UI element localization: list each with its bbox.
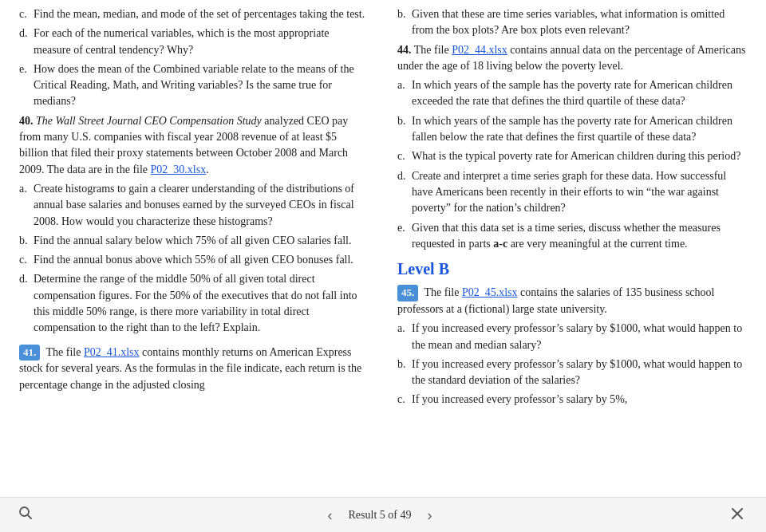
bottom-bar: ‹ Result 5 of 49 › <box>0 497 766 532</box>
svg-line-1 <box>28 515 31 518</box>
item-e-label: e. <box>19 61 30 110</box>
p41-link[interactable]: P02_41.xlsx <box>84 346 140 358</box>
p44-number: 44. <box>397 44 412 56</box>
p41-intro: 41. The file P02_41.xlsx contains monthl… <box>19 345 369 393</box>
cut-text: Find the mean, median, and mode of the s… <box>34 6 365 22</box>
item-d: d. For each of the numerical variables, … <box>19 26 369 58</box>
close-button[interactable] <box>723 502 752 527</box>
p45-b: b. If you increased every professor’s sa… <box>397 357 747 389</box>
p40-a: a. Create histograms to gain a clearer u… <box>19 181 369 230</box>
p40-intro: 40. The Wall Street Journal CEO Compensa… <box>19 113 369 178</box>
p44-subitems: a. In which years of the sample has the … <box>397 77 747 252</box>
item-e-text: How does the mean of the Combined variab… <box>34 61 369 110</box>
p45-intro: 45. The file P02_45.xlsx contains the sa… <box>397 285 747 317</box>
p40-d: d. Determine the range of the middle 50%… <box>19 271 369 336</box>
p44-e: e. Given that this data set is a time se… <box>397 220 747 253</box>
next-button[interactable]: › <box>421 506 438 524</box>
result-label: Result 5 of 49 <box>349 509 412 522</box>
p44-link[interactable]: P02_44.xlsx <box>452 44 507 56</box>
p40-number: 40. <box>19 115 34 127</box>
p44-d: d. Create and interpret a time series gr… <box>397 168 747 217</box>
level-b-heading: Level B <box>397 260 747 278</box>
p45-c: c. If you increased every professor’s sa… <box>397 392 747 408</box>
result-count: 5 of 49 <box>380 509 412 521</box>
left-column: c. Find the mean, median, and mode of th… <box>0 0 383 497</box>
p44-text-before: The file <box>414 44 452 56</box>
problem-40: 40. The Wall Street Journal CEO Compensa… <box>19 113 369 337</box>
problem-44: 44. The file P02_44.xlsx contains annual… <box>397 42 747 253</box>
p40-link-suffix: . <box>206 164 209 175</box>
right-column: b. Given that these are time series vari… <box>383 0 766 497</box>
right-cut-top: b. Given that these are time series vari… <box>397 6 747 42</box>
p44-c: c. What is the typical poverty rate for … <box>397 148 747 164</box>
p45-a: a. If you increased every professor’s sa… <box>397 321 747 353</box>
item-e: e. How does the mean of the Combined var… <box>19 61 369 110</box>
p44-intro: 44. The file P02_44.xlsx contains annual… <box>397 42 747 75</box>
item-d-text: For each of the numerical variables, whi… <box>34 26 369 58</box>
navigation-center: ‹ Result 5 of 49 › <box>322 506 439 524</box>
level-b-section: Level B 45. The file P02_45.xlsx contain… <box>397 260 747 408</box>
p40-b: b. Find the annual salary below which 75… <box>19 233 369 249</box>
p40-c: c. Find the annual bonus above which 55%… <box>19 252 369 268</box>
p45-subitems: a. If you increased every professor’s sa… <box>397 321 747 408</box>
p44-b: b. In which years of the sample has the … <box>397 113 747 146</box>
search-button[interactable] <box>14 502 37 528</box>
cut-label: c. <box>19 6 30 22</box>
prev-button[interactable]: ‹ <box>322 506 339 524</box>
p44-a: a. In which years of the sample has the … <box>397 77 747 110</box>
p40-subitems: a. Create histograms to gain a clearer u… <box>19 181 369 337</box>
problem-45: 45. The file P02_45.xlsx contains the sa… <box>397 285 747 408</box>
p41-badge: 41. <box>19 345 40 361</box>
cut-top-item: c. Find the mean, median, and mode of th… <box>19 6 369 26</box>
problem-41: 41. The file P02_41.xlsx contains monthl… <box>19 345 369 393</box>
item-d-label: d. <box>19 26 30 58</box>
p45-text-before: The file <box>424 286 462 298</box>
p41-text-before: The file <box>46 346 84 358</box>
p45-badge: 45. <box>397 285 418 301</box>
p40-link[interactable]: P02_30.xlsx <box>151 164 207 175</box>
result-text: Result <box>349 509 377 521</box>
p45-link[interactable]: P02_45.xlsx <box>462 286 518 298</box>
